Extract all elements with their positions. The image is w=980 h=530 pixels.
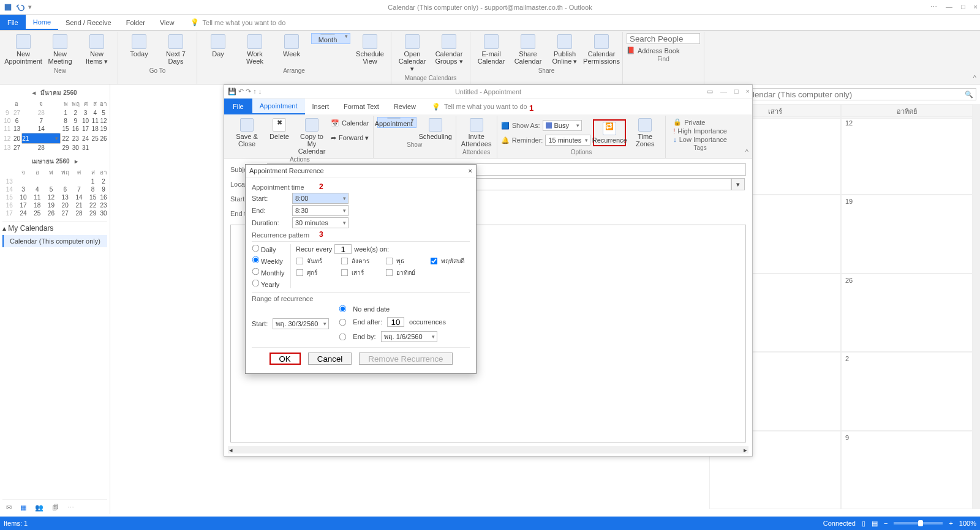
mini-cal-day[interactable] xyxy=(100,144,107,152)
mini-cal-day[interactable] xyxy=(44,177,58,185)
scheduling-button[interactable]: Scheduling xyxy=(419,117,452,141)
save-close-button[interactable]: Save & Close xyxy=(230,117,263,149)
new-meeting-button[interactable]: New Meeting xyxy=(43,33,77,66)
new-items-button[interactable]: New Items ▾ xyxy=(80,33,114,66)
mini-cal-day[interactable]: 16 xyxy=(70,125,81,133)
mini-cal-day[interactable]: 27 xyxy=(12,109,22,117)
nav-people-icon[interactable]: 👥 xyxy=(35,504,43,512)
mini-cal-day[interactable]: 17 xyxy=(81,125,91,133)
zoom-out-icon[interactable]: − xyxy=(884,520,888,527)
mini-cal-day[interactable] xyxy=(90,144,100,152)
calendar-scrollbar-vertical[interactable] xyxy=(973,104,980,509)
mini-cal-day[interactable]: 19 xyxy=(100,125,107,133)
mini-cal-day[interactable] xyxy=(58,177,72,185)
mini-cal-day[interactable]: 6 xyxy=(58,185,72,193)
aw-tab-format[interactable]: Format Text xyxy=(336,99,386,114)
nav-tasks-icon[interactable]: 🗐 xyxy=(52,504,59,512)
mini-cal-day[interactable]: 13 xyxy=(12,125,22,133)
search-people-input[interactable] xyxy=(627,33,700,44)
calendar-groups-button[interactable]: Calendar Groups ▾ xyxy=(432,33,466,66)
mini-cal-day[interactable]: 8 xyxy=(86,185,100,193)
workweek-view-button[interactable]: Work Week xyxy=(238,33,272,66)
delete-button[interactable]: ✖Delete xyxy=(266,117,293,141)
mini-cal-day[interactable]: 19 xyxy=(44,201,58,209)
aw-h-scrollbar[interactable]: ◂▸ xyxy=(228,446,748,453)
high-importance-toggle[interactable]: !High Importance xyxy=(673,127,727,135)
mini-cal-day[interactable]: 29 xyxy=(86,209,100,217)
show-as-select[interactable]: Busy xyxy=(543,120,582,131)
mini-cal-day[interactable]: 18 xyxy=(30,201,44,209)
month-view-button[interactable]: Month xyxy=(311,33,350,44)
aw-redo-icon[interactable]: ↷ xyxy=(246,88,251,95)
mini-cal-day[interactable]: 9 xyxy=(100,185,107,193)
aw-minimize[interactable]: — xyxy=(720,88,727,95)
view-reading-icon[interactable]: ▤ xyxy=(872,520,878,528)
aw-close[interactable]: × xyxy=(746,88,750,95)
view-normal-icon[interactable]: ▯ xyxy=(862,520,865,528)
pattern-daily-radio[interactable]: Daily xyxy=(252,244,288,253)
mini-cal-day[interactable]: 30 xyxy=(100,209,107,217)
mini-calendar-april[interactable]: เมษายน 2560▸ จอพพฤศสอา131214345678915101… xyxy=(2,155,107,217)
today-button[interactable]: Today xyxy=(122,33,156,59)
mini-cal-day[interactable]: 23 xyxy=(100,201,107,209)
end-after-input[interactable] xyxy=(387,317,404,327)
mini-cal-day[interactable]: 8 xyxy=(61,117,70,125)
mini-cal-day[interactable]: 14 xyxy=(72,193,86,201)
pattern-weekly-radio[interactable]: Weekly xyxy=(252,256,288,265)
qat-save-icon[interactable] xyxy=(4,3,12,12)
recur-end-select[interactable]: 8:30 xyxy=(292,205,349,216)
mini-cal-day[interactable]: 25 xyxy=(30,209,44,217)
calendar-cell[interactable]: 12 xyxy=(841,116,973,195)
recurrence-button[interactable]: 🔁Recurrence xyxy=(593,119,626,146)
mini-cal-day[interactable]: 28 xyxy=(21,144,61,152)
mini-cal-day[interactable]: 18 xyxy=(90,125,100,133)
mini-cal-day[interactable]: 21 xyxy=(21,133,61,144)
mini-cal-day[interactable]: 22 xyxy=(61,133,70,144)
mini-cal-day[interactable]: 30 xyxy=(70,144,81,152)
mini-cal-day[interactable]: 10 xyxy=(81,117,91,125)
new-appointment-button[interactable]: New Appointment xyxy=(6,33,40,66)
mini-cal-day[interactable]: 20 xyxy=(58,201,72,209)
mini-cal-day[interactable]: 1 xyxy=(61,109,70,117)
mini-cal-day[interactable]: 3 xyxy=(17,185,31,193)
mini-cal-day[interactable]: 14 xyxy=(21,125,61,133)
mini-cal-day[interactable]: 13 xyxy=(58,193,72,201)
mini-cal-day[interactable]: 28 xyxy=(21,109,61,117)
recur-start-select[interactable]: 8:00 xyxy=(292,193,349,204)
mini-cal-day[interactable]: 29 xyxy=(61,144,70,152)
mini-cal-day[interactable]: 26 xyxy=(100,133,107,144)
search-icon[interactable]: 🔍 xyxy=(965,91,973,99)
tab-file[interactable]: File xyxy=(0,15,26,30)
collapse-ribbon-icon[interactable]: ^ xyxy=(973,74,976,81)
mini-cal-day[interactable]: 24 xyxy=(81,133,91,144)
low-importance-toggle[interactable]: ↓Low Importance xyxy=(673,136,727,143)
aw-min-icon[interactable]: ▭ xyxy=(707,88,713,95)
cancel-button[interactable]: Cancel xyxy=(308,353,352,365)
mini-cal-day[interactable]: 27 xyxy=(12,144,22,152)
weekday-checkbox[interactable]: พฤหัสบดี xyxy=(430,256,470,266)
calendar-cell[interactable]: 9 xyxy=(841,431,973,509)
ok-button[interactable]: OK xyxy=(270,353,301,365)
no-end-date-radio[interactable]: No end date xyxy=(339,304,446,314)
mini-cal-day[interactable]: 27 xyxy=(58,209,72,217)
open-calendar-button[interactable]: Open Calendar ▾ xyxy=(395,33,429,73)
aw-collapse-ribbon-icon[interactable]: ^ xyxy=(745,148,748,155)
qat-more-icon[interactable]: ▾ xyxy=(28,3,37,12)
ribbon-options-icon[interactable]: ⋯ xyxy=(930,3,937,11)
mini-cal-day[interactable]: 7 xyxy=(21,117,61,125)
day-view-button[interactable]: Day xyxy=(201,33,235,59)
prev-month-icon[interactable]: ◂ xyxy=(32,89,36,96)
zoom-slider[interactable] xyxy=(894,522,943,524)
my-calendars-header[interactable]: ▴ My Calendars xyxy=(2,221,107,234)
recur-every-input[interactable] xyxy=(334,244,352,254)
aw-tell-me[interactable]: 💡Tell me what you want to do xyxy=(423,99,527,114)
mini-cal-day[interactable]: 9 xyxy=(70,117,81,125)
share-calendar-button[interactable]: Share Calendar xyxy=(511,33,545,66)
end-by-select[interactable]: พฤ. 1/6/2560 xyxy=(381,331,437,342)
mini-cal-day[interactable]: 5 xyxy=(100,109,107,117)
private-toggle[interactable]: 🔒Private xyxy=(673,118,727,126)
weekday-checkbox[interactable]: จันทร์ xyxy=(296,256,336,266)
mini-cal-day[interactable]: 2 xyxy=(70,109,81,117)
recurrence-dialog-close[interactable]: × xyxy=(469,167,472,174)
mini-cal-day[interactable]: 1 xyxy=(86,177,100,185)
